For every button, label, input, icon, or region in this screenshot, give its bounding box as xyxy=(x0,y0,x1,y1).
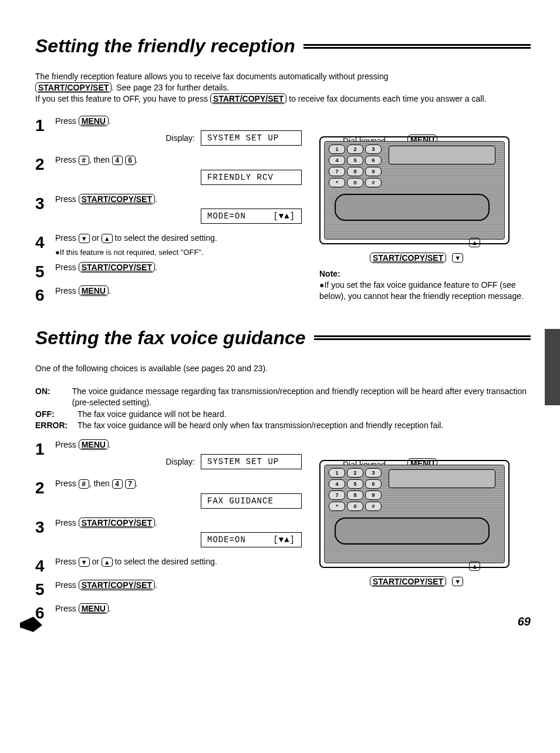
down-arrow-key-icon: ▼ xyxy=(79,557,90,567)
start-copy-set-key-icon: START/COPY/SET xyxy=(79,194,155,204)
step-note: ●If this feature is not required, select… xyxy=(55,248,302,257)
step-number: 6 xyxy=(35,286,55,304)
lcd-display: FRIENDLY RCV xyxy=(201,170,302,185)
menu-key-icon: MENU xyxy=(79,603,109,614)
thumb-tab-icon xyxy=(545,329,560,405)
keypad-key-icon: # xyxy=(365,502,382,511)
down-arrow-key-icon: ▼ xyxy=(452,577,463,586)
intro-friendly-reception: The friendly reception feature allows yo… xyxy=(35,71,531,105)
step-number: 5 xyxy=(35,263,55,280)
screen-icon xyxy=(389,146,495,164)
keypad-key-icon: 1 xyxy=(329,468,345,478)
hash-key-icon: # xyxy=(79,479,89,489)
lcd-display: MODE=ON[▼▲] xyxy=(201,209,302,224)
menu-key-icon: MENU xyxy=(79,439,109,450)
keypad-key-icon: 3 xyxy=(365,144,382,154)
display-label: Display: xyxy=(166,457,195,466)
step-number: 3 xyxy=(35,518,55,536)
four-key-icon: 4 xyxy=(112,156,123,165)
keypad-key-icon: 9 xyxy=(365,490,382,500)
note-body: ●If you set the fax voice guidance featu… xyxy=(319,280,531,302)
step-number: 4 xyxy=(35,233,55,251)
keypad-key-icon: 1 xyxy=(329,144,345,154)
keypad-key-icon: 4 xyxy=(329,156,345,165)
keypad-icon: 123456789*0# xyxy=(329,144,382,187)
four-key-icon: 4 xyxy=(112,479,123,489)
hash-key-icon: # xyxy=(79,156,89,165)
step-number: 6 xyxy=(35,604,55,621)
keypad-icon: 123456789*0# xyxy=(329,468,382,511)
lcd-display: SYSTEM SET UP xyxy=(201,454,302,469)
keypad-key-icon: 2 xyxy=(347,468,363,478)
keypad-key-icon: 5 xyxy=(347,156,363,165)
keypad-key-icon: 2 xyxy=(347,144,363,154)
step-number: 5 xyxy=(35,580,55,598)
keypad-key-icon: 7 xyxy=(329,167,345,176)
step-number: 2 xyxy=(35,479,55,496)
device-diagram: Dial keypad MENU 123456789*0# START/COPY… xyxy=(319,136,531,263)
step-number: 1 xyxy=(35,116,55,134)
down-arrow-key-icon: ▼ xyxy=(452,253,463,263)
screen-icon xyxy=(389,469,495,488)
manual-page: Setting the friendly reception The frien… xyxy=(0,0,560,645)
step-number: 2 xyxy=(35,155,55,173)
steps-list-1: 1 Press MENU. Display: SYSTEM SET UP 2 P… xyxy=(35,116,302,304)
start-copy-set-key-icon: START/COPY/SET xyxy=(370,253,446,263)
up-arrow-key-icon: ▲ xyxy=(469,238,480,247)
keypad-key-icon: 9 xyxy=(365,167,382,176)
lcd-display: FAX GUIDANCE xyxy=(201,493,302,509)
keypad-key-icon: 6 xyxy=(365,479,382,489)
menu-key-icon: MENU xyxy=(79,116,109,126)
note-title: Note: xyxy=(319,269,531,278)
keypad-key-icon: 4 xyxy=(329,479,345,489)
section-title-friendly-reception: Setting the friendly reception xyxy=(35,35,531,57)
keypad-key-icon: 7 xyxy=(329,490,345,500)
intro-fax-voice-guidance: One of the following choices is availabl… xyxy=(35,363,531,374)
keypad-key-icon: * xyxy=(329,178,345,187)
steps-list-2: 1 Press MENU. Display: SYSTEM SET UP 2 P… xyxy=(35,440,302,621)
display-label: Display: xyxy=(166,133,195,143)
section-title-fax-voice-guidance: Setting the fax voice guidance xyxy=(35,327,531,349)
up-arrow-key-icon: ▲ xyxy=(102,234,113,243)
down-arrow-key-icon: ▼ xyxy=(79,234,90,243)
keypad-key-icon: 8 xyxy=(347,167,363,176)
keypad-key-icon: 0 xyxy=(347,502,363,511)
seven-key-icon: 7 xyxy=(125,479,136,489)
choice-table: ON:The voice guidance message regarding … xyxy=(35,386,531,432)
step-number: 3 xyxy=(35,194,55,212)
start-copy-set-key-icon: START/COPY/SET xyxy=(370,576,446,587)
menu-key-icon: MENU xyxy=(79,285,109,296)
up-arrow-key-icon: ▲ xyxy=(469,562,480,571)
start-copy-set-key-icon: START/COPY/SET xyxy=(79,262,155,273)
keypad-key-icon: * xyxy=(329,502,345,511)
keypad-key-icon: 0 xyxy=(347,178,363,187)
keypad-key-icon: # xyxy=(365,178,382,187)
handset-icon xyxy=(335,194,490,221)
step-number: 4 xyxy=(35,557,55,574)
step-number: 1 xyxy=(35,440,55,458)
keypad-key-icon: 6 xyxy=(365,156,382,165)
start-copy-set-key-icon: START/COPY/SET xyxy=(210,93,286,104)
lcd-display: SYSTEM SET UP xyxy=(201,130,302,146)
keypad-key-icon: 8 xyxy=(347,490,363,500)
page-number: 69 xyxy=(518,615,531,628)
keypad-key-icon: 3 xyxy=(365,468,382,478)
keypad-key-icon: 5 xyxy=(347,479,363,489)
six-key-icon: 6 xyxy=(125,156,136,165)
start-copy-set-key-icon: START/COPY/SET xyxy=(79,517,155,528)
start-copy-set-key-icon: START/COPY/SET xyxy=(35,82,112,93)
up-arrow-key-icon: ▲ xyxy=(102,557,113,567)
device-diagram: Dial keypad MENU 123456789*0# START/COPY… xyxy=(319,460,531,587)
start-copy-set-key-icon: START/COPY/SET xyxy=(79,580,155,590)
handset-icon xyxy=(335,517,490,544)
lcd-display: MODE=ON[▼▲] xyxy=(201,532,302,547)
